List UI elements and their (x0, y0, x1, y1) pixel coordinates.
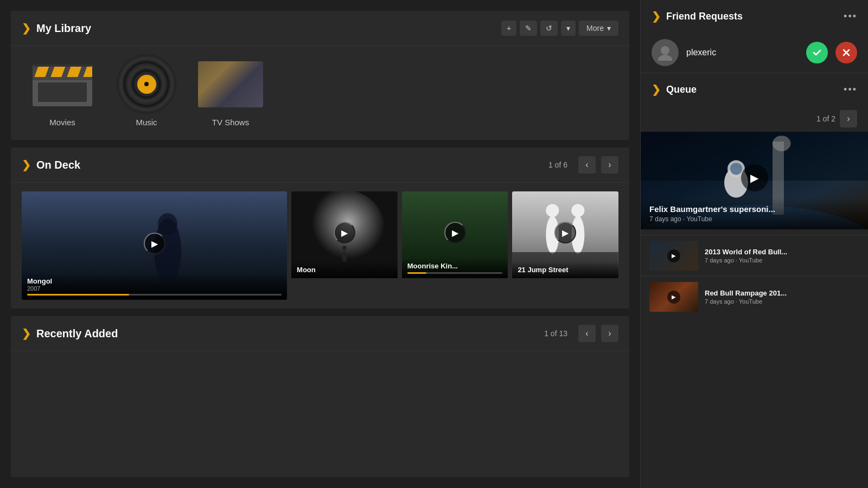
jumpstreet-bg: ▶ 21 Jump Street (512, 191, 618, 278)
vinyl-center (137, 75, 156, 94)
queue-featured[interactable]: ▶ Felix Baumgartner's supersoni... 7 day… (641, 132, 868, 229)
friend-accept-btn[interactable] (806, 42, 828, 63)
mongol-progress-bar (27, 294, 282, 296)
rampage-thumb: ▶ (649, 282, 698, 312)
add-button[interactable]: + (501, 21, 516, 36)
svg-point-37 (730, 163, 742, 175)
mongol-progress-fill (27, 294, 129, 296)
recently-added-next-btn[interactable]: › (601, 325, 618, 342)
tv-screen (198, 61, 263, 107)
redbull-play-icon: ▶ (667, 249, 680, 262)
queue-page-nav: 1 of 2 › (641, 106, 868, 132)
moonrise-play-btn[interactable]: ▶ (444, 222, 466, 243)
svg-point-13 (158, 213, 177, 235)
recently-added-section: ❯ Recently Added 1 of 13 ‹ › (11, 316, 629, 477)
moonrise-progress-bar (407, 272, 503, 274)
clapperboard-svg (30, 60, 95, 108)
mongol-play-btn[interactable]: ▶ (144, 233, 165, 254)
avatar-icon (657, 44, 673, 61)
redbull-info: 2013 World of Red Bull... 7 days ago · Y… (705, 248, 859, 264)
vinyl-hole (144, 82, 149, 86)
featured-title: Felix Baumgartner's supersoni... (649, 204, 859, 214)
on-deck-title: On Deck (36, 159, 543, 171)
movies-label: Movies (49, 118, 75, 127)
my-library-title: My Library (36, 22, 496, 35)
friend-decline-btn[interactable] (835, 42, 857, 63)
recently-added-prev-btn[interactable]: ‹ (578, 325, 596, 342)
my-library-header: ❯ My Library + ✎ ↺ ▾ More ▾ (11, 11, 629, 46)
rampage-info: Red Bull Rampage 201... 7 days ago · You… (705, 289, 859, 305)
recently-added-header: ❯ Recently Added 1 of 13 ‹ › (11, 316, 629, 351)
music-label: Music (136, 118, 157, 127)
right-panel: ❯ Friend Requests ••• plexeric (640, 0, 868, 488)
on-deck-header: ❯ On Deck 1 of 6 ‹ › (11, 147, 629, 183)
on-deck-cards: ▶ Mongol 2007 (11, 183, 629, 309)
friend-requests-menu-btn[interactable]: ••• (844, 11, 857, 22)
moonrise-title: Moonrise Kin... (407, 262, 503, 270)
recently-added-chevron-icon: ❯ (22, 327, 31, 340)
library-item-tvshows[interactable]: TV Shows (195, 57, 266, 127)
jumpstreet-play-btn[interactable]: ▶ (554, 222, 576, 243)
redbull-thumb: ▶ (649, 241, 698, 271)
friend-item-plexeric: plexeric (641, 33, 868, 73)
svg-point-26 (572, 204, 585, 217)
card-moonrise[interactable]: ▶ Moonrise Kin... (402, 191, 508, 300)
redbull-meta: 7 days ago · YouTube (705, 257, 859, 264)
card-jumpstreet[interactable]: ▶ 21 Jump Street (512, 191, 618, 300)
queue-page-info: 1 of 2 (816, 114, 835, 123)
recently-added-title: Recently Added (36, 328, 539, 340)
moonrise-bg: ▶ Moonrise Kin... (402, 191, 508, 278)
refresh-button[interactable]: ↺ (540, 21, 558, 36)
moonrise-progress-fill (407, 272, 426, 274)
queue-item-redbull[interactable]: ▶ 2013 World of Red Bull... 7 days ago ·… (641, 235, 868, 276)
more-button[interactable]: More ▾ (579, 21, 618, 36)
queue-menu-btn[interactable]: ••• (844, 84, 857, 95)
recently-added-page-info: 1 of 13 (544, 329, 567, 338)
svg-point-29 (658, 55, 672, 61)
queue-featured-bg: ▶ Felix Baumgartner's supersoni... 7 day… (641, 132, 868, 229)
redbull-title: 2013 World of Red Bull... (705, 248, 859, 256)
plexeric-avatar (652, 39, 679, 66)
my-library-chevron-icon: ❯ (22, 22, 31, 35)
svg-point-28 (661, 46, 669, 55)
moon-play-btn[interactable]: ▶ (334, 222, 355, 243)
library-item-movies[interactable]: Movies (27, 57, 98, 127)
music-icon (114, 57, 179, 111)
mongol-subtitle: 2007 (27, 285, 282, 292)
rampage-title: Red Bull Rampage 201... (705, 289, 859, 297)
card-moon[interactable]: ▶ Moon (291, 191, 398, 300)
library-item-music[interactable]: Music (114, 57, 179, 127)
movies-icon (27, 57, 98, 111)
moonrise-card-info: Moonrise Kin... (402, 258, 508, 278)
moon-card-info: Moon (291, 261, 398, 278)
moon-title: Moon (297, 266, 392, 274)
my-library-section: ❯ My Library + ✎ ↺ ▾ More ▾ (11, 11, 629, 140)
featured-overlay: Felix Baumgartner's supersoni... 7 days … (641, 198, 868, 229)
queue-next-page-btn[interactable]: › (840, 110, 857, 127)
svg-rect-9 (33, 65, 92, 67)
featured-play-btn[interactable]: ▶ (741, 164, 768, 191)
rampage-play-icon: ▶ (667, 291, 680, 304)
dropdown-button[interactable]: ▾ (561, 21, 576, 36)
jumpstreet-card-info: 21 Jump Street (512, 261, 618, 278)
rampage-meta: 7 days ago · YouTube (705, 298, 859, 305)
vinyl-record (117, 54, 176, 114)
tv-display (198, 61, 263, 107)
card-mongol[interactable]: ▶ Mongol 2007 (22, 191, 287, 300)
svg-rect-10 (38, 82, 87, 102)
svg-point-24 (546, 204, 559, 217)
queue-section: ❯ Queue ••• 1 of 2 › (641, 73, 868, 488)
on-deck-prev-btn[interactable]: ‹ (578, 156, 596, 174)
edit-button[interactable]: ✎ (520, 21, 537, 36)
tvshows-label: TV Shows (212, 118, 249, 127)
decline-icon (842, 48, 851, 57)
on-deck-section: ❯ On Deck 1 of 6 ‹ › (11, 147, 629, 309)
friend-requests-section: ❯ Friend Requests ••• plexeric (641, 0, 868, 73)
friend-requests-header: ❯ Friend Requests ••• (641, 0, 868, 33)
moon-bg: ▶ Moon (291, 191, 398, 278)
left-panel: ❯ My Library + ✎ ↺ ▾ More ▾ (0, 0, 640, 488)
svg-point-17 (342, 246, 347, 250)
queue-item-rampage[interactable]: ▶ Red Bull Rampage 201... 7 days ago · Y… (641, 276, 868, 317)
on-deck-next-btn[interactable]: › (601, 156, 618, 174)
mongol-title: Mongol (27, 277, 282, 285)
